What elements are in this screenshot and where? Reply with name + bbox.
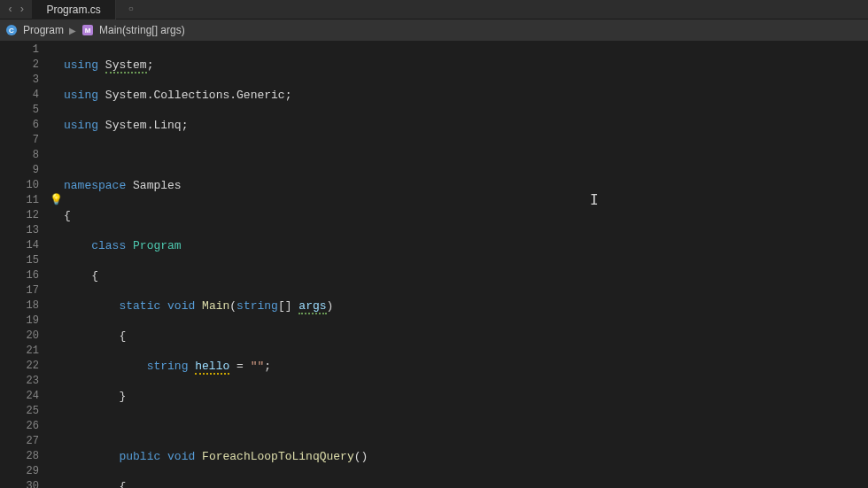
code-line: { [64,268,868,283]
line-number: 15 [16,253,39,268]
code-line: using System; [64,58,868,73]
line-number: 16 [16,268,39,283]
line-number: 9 [16,163,39,178]
code-line: { [64,208,868,223]
line-number: 29 [16,464,39,479]
nav-forward-icon[interactable]: › [19,4,25,16]
line-number: 11 [16,193,39,208]
line-number: 14 [16,238,39,253]
line-number: 18 [16,298,39,314]
lightbulb-icon[interactable]: 💡 [50,193,63,206]
code-line: class Program [64,238,868,253]
code-line: string hello = ""; [64,359,868,374]
tab-bar: ‹ › Program.cs ○ [0,0,868,19]
code-line: { [64,329,868,344]
code-line: using System.Collections.Generic; [64,88,868,103]
code-line: { [64,479,868,488]
gutter-margin [0,41,16,488]
line-number: 5 [16,103,39,118]
code-line: } [64,389,868,404]
code-content[interactable]: using System; using System.Collections.G… [64,41,868,488]
code-line: namespace Samples [64,178,868,193]
line-number: 23 [16,374,39,389]
code-line [64,419,868,434]
code-line: public void ForeachLoopToLinqQuery() [64,449,868,464]
line-number: 30 [16,479,39,488]
line-number: 28 [16,449,39,464]
line-number: 3 [16,73,39,88]
chevron-right-icon: ▶ [69,26,76,35]
code-line: using System.Linq; [64,118,868,133]
gutter-icons: 💡 [48,41,64,488]
line-number: 21 [16,344,39,359]
line-number-gutter: 1 2 3 4 5 6 7 8 9 10 11 12 13 14 15 16 1… [16,41,48,488]
tab-preview-icon[interactable]: ○ [116,4,146,14]
nav-back-icon[interactable]: ‹ [7,4,13,16]
line-number: 8 [16,148,39,163]
line-number: 17 [16,283,39,298]
tab-program-cs[interactable]: Program.cs [32,0,115,19]
code-editor[interactable]: 1 2 3 4 5 6 7 8 9 10 11 12 13 14 15 16 1… [0,41,868,488]
line-number: 25 [16,404,39,419]
method-icon: M [81,24,94,36]
line-number: 22 [16,359,39,374]
line-number: 6 [16,118,39,133]
line-number: 24 [16,389,39,404]
line-number: 7 [16,133,39,148]
breadcrumb-method[interactable]: Main(string[] args) [99,24,185,36]
line-number: 26 [16,419,39,434]
line-number: 2 [16,58,39,73]
line-number: 27 [16,434,39,449]
line-number: 20 [16,329,39,344]
tab-title: Program.cs [46,4,100,16]
breadcrumb-bar: C Program ▶ M Main(string[] args) [0,19,868,41]
line-number: 13 [16,223,39,238]
line-number: 4 [16,88,39,103]
nav-arrows: ‹ › [0,4,32,16]
class-icon: C [5,24,18,36]
code-line [64,148,868,163]
breadcrumb-class[interactable]: Program [23,24,64,36]
line-number: 19 [16,314,39,329]
line-number: 12 [16,208,39,223]
line-number: 1 [16,43,39,58]
line-number: 10 [16,178,39,193]
code-line: static void Main(string[] args) [64,298,868,314]
